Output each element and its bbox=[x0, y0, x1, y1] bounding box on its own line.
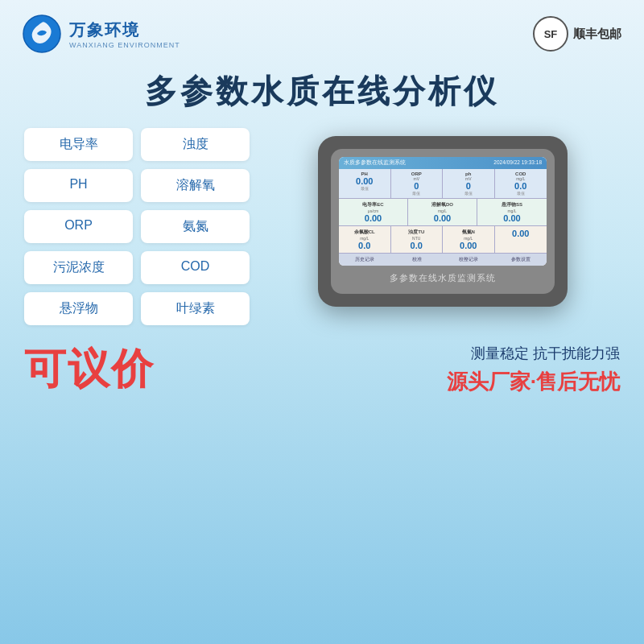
param-ph2: ph mV 0 最值 bbox=[443, 169, 495, 198]
features-grid: 电导率 浊度 PH 溶解氧 ORP 氨氮 污泥浓度 COD 悬浮物 叶绿素 bbox=[24, 128, 250, 325]
logo-area: 万象环境 WANXIANG ENVIRONMENT bbox=[23, 14, 180, 53]
price-text: 可议价 bbox=[24, 341, 155, 398]
screen-footer: 历史记录 校准 校整记录 参数设置 bbox=[339, 254, 547, 266]
screen-btn-calibrate-record: 校整记录 bbox=[443, 256, 495, 263]
screen-time: 2024/09/22 19:33:18 bbox=[493, 159, 542, 167]
screen-title: 水质多参数在线监测系统 bbox=[344, 159, 406, 167]
feature-tag-7: COD bbox=[141, 251, 250, 284]
sf-circle: SF bbox=[533, 16, 568, 52]
feature-tag-8: 悬浮物 bbox=[24, 292, 133, 325]
logo-text-area: 万象环境 WANXIANG ENVIRONMENT bbox=[69, 19, 180, 49]
feature-tag-9: 叶绿素 bbox=[141, 292, 250, 325]
feature-tag-1: 浊度 bbox=[141, 128, 250, 161]
screen-btn-calibrate: 校准 bbox=[391, 256, 444, 263]
param-cod: COD mg/L 0.0 最值 bbox=[495, 169, 547, 198]
screen-row2: 电导率EC μs/cm 0.00 溶解氧DO mg/L 0.00 悬浮物SS m… bbox=[339, 199, 547, 226]
logo-en: WANXIANG ENVIRONMENT bbox=[69, 41, 180, 49]
bottom-right: 测量稳定 抗干扰能力强 源头厂家·售后无忧 bbox=[447, 344, 620, 396]
param-do: 溶解氧DO mg/L 0.00 bbox=[408, 199, 477, 225]
param-ec: 电导率EC μs/cm 0.00 bbox=[339, 199, 408, 225]
feature-tag-5: 氨氮 bbox=[141, 210, 250, 243]
screen-header: 水质多参数在线监测系统 2024/09/22 19:33:18 bbox=[339, 157, 547, 169]
bottom-section: 可议价 测量稳定 抗干扰能力强 源头厂家·售后无忧 bbox=[0, 325, 644, 406]
slogan2: 源头厂家·售后无忧 bbox=[447, 368, 620, 396]
feature-tag-6: 污泥浓度 bbox=[24, 251, 133, 284]
device-screen: 水质多参数在线监测系统 2024/09/22 19:33:18 PH 0.00 … bbox=[339, 157, 547, 266]
device-label: 多参数在线水质监测系统 bbox=[339, 266, 547, 286]
screen-params-row1: PH 0.00 最值 ORP mV 0 最值 ph mV bbox=[339, 169, 547, 199]
page-header: 万象环境 WANXIANG ENVIRONMENT SF 顺丰包邮 bbox=[0, 0, 644, 61]
param-orp: ORP mV 0 最值 bbox=[391, 169, 444, 198]
param-ss: 悬浮物SS mg/L 0.00 bbox=[477, 199, 547, 225]
device-inner: 水质多参数在线监测系统 2024/09/22 19:33:18 PH 0.00 … bbox=[331, 149, 555, 294]
main-title: 多参数水质在线分析仪 bbox=[0, 61, 644, 128]
feature-tag-2: PH bbox=[24, 169, 133, 202]
device-area: 水质多参数在线监测系统 2024/09/22 19:33:18 PH 0.00 … bbox=[266, 128, 620, 307]
slogan1: 测量稳定 抗干扰能力强 bbox=[447, 344, 620, 363]
feature-tag-0: 电导率 bbox=[24, 128, 133, 161]
param-ph: PH 0.00 最值 bbox=[339, 169, 391, 198]
param-cl: 余氯酸CL mg/L 0.0 bbox=[339, 226, 391, 253]
screen-btn-settings: 参数设置 bbox=[495, 256, 547, 263]
feature-tag-3: 溶解氧 bbox=[141, 169, 250, 202]
content-area: 电导率 浊度 PH 溶解氧 ORP 氨氮 污泥浓度 COD 悬浮物 叶绿素 水质… bbox=[0, 128, 644, 325]
sf-badge: SF 顺丰包邮 bbox=[533, 16, 621, 52]
screen-btn-history: 历史记录 bbox=[339, 256, 391, 263]
screen-row3: 余氯酸CL mg/L 0.0 浊度TU NTU 0.0 氨氮N mg/L bbox=[339, 226, 547, 254]
logo-cn: 万象环境 bbox=[69, 19, 180, 41]
feature-tag-4: ORP bbox=[24, 210, 133, 243]
sf-label: 顺丰包邮 bbox=[573, 27, 621, 42]
param-nh3n: 氨氮N mg/L 0.00 bbox=[443, 226, 495, 253]
device-outer: 水质多参数在线监测系统 2024/09/22 19:33:18 PH 0.00 … bbox=[318, 136, 568, 307]
logo-icon bbox=[23, 14, 61, 53]
param-tu: 浊度TU NTU 0.0 bbox=[391, 226, 444, 253]
param-extra: 0.00 bbox=[495, 226, 547, 253]
